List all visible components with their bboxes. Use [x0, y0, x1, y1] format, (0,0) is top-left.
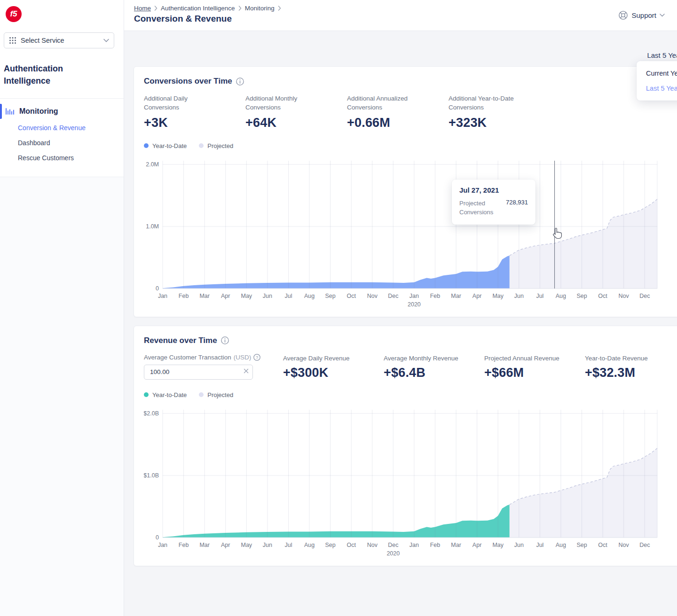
conversions-chart[interactable]: 01.0M2.0MJanFebMarAprMayJunJulAugSepOctN… — [144, 157, 658, 308]
svg-text:Jul: Jul — [536, 293, 543, 299]
svg-text:Jan: Jan — [409, 542, 419, 548]
svg-text:Jan: Jan — [158, 542, 167, 548]
svg-text:0: 0 — [156, 285, 159, 292]
breadcrumb-monitoring[interactable]: Monitoring — [245, 5, 275, 12]
svg-text:Dec: Dec — [388, 293, 398, 299]
svg-text:Jul: Jul — [285, 542, 292, 548]
stat-additional-monthly-conversions: Additional Monthly Conversions +64K — [245, 94, 347, 130]
breadcrumb: Home Authentication Intelligence Monitor… — [134, 5, 281, 12]
transaction-label: Average Customer Transaction — [144, 354, 231, 361]
svg-text:1.0M: 1.0M — [146, 223, 159, 230]
clear-input-icon[interactable] — [244, 368, 249, 374]
chevron-right-icon — [278, 6, 281, 11]
chevron-right-icon — [154, 6, 157, 11]
sidebar-item-dashboard[interactable]: Dashboard — [0, 135, 124, 150]
svg-text:May: May — [241, 542, 252, 548]
sidebar-item-monitoring[interactable]: Monitoring — [0, 102, 124, 120]
main-area: Home Authentication Intelligence Monitor… — [124, 0, 677, 616]
tooltip-date: Jul 27, 2021 — [459, 186, 528, 194]
legend-year-to-date[interactable]: Year-to-Date — [144, 391, 187, 398]
svg-text:?: ? — [256, 355, 258, 359]
legend-dot — [144, 143, 149, 148]
bar-chart-icon — [5, 107, 14, 116]
svg-text:$1.0B: $1.0B — [144, 472, 159, 479]
conversions-chart-wrap: 01.0M2.0MJanFebMarAprMayJunJulAugSepOctN… — [144, 157, 677, 308]
svg-text:Oct: Oct — [346, 293, 356, 299]
tooltip-series-label: Projected Conversions — [459, 199, 499, 217]
svg-text:Nov: Nov — [619, 293, 630, 299]
stat-additional-annualized-conversions: Additional Annualized Conversions +0.66M — [347, 94, 449, 130]
svg-text:Feb: Feb — [179, 542, 189, 548]
time-range-menu: Current Year Last 5 Years — [637, 61, 677, 101]
svg-text:2020: 2020 — [386, 550, 400, 557]
transaction-unit: (USD) — [234, 354, 252, 361]
f5-logo-text: f5 — [10, 9, 17, 19]
svg-text:Jun: Jun — [514, 293, 524, 299]
svg-text:May: May — [492, 542, 504, 548]
svg-text:Jan: Jan — [158, 293, 167, 299]
avg-customer-transaction-block: Average Customer Transaction (USD) ? — [144, 354, 283, 380]
legend-projected[interactable]: Projected — [199, 391, 233, 398]
chevron-right-icon — [238, 6, 242, 11]
tooltip-value: 728,931 — [506, 199, 528, 217]
chevron-down-icon — [103, 39, 109, 42]
stat-additional-ytd-conversions: Additional Year-to-Date Conversions +323… — [449, 94, 550, 130]
legend-year-to-date[interactable]: Year-to-Date — [144, 142, 187, 149]
svg-text:Oct: Oct — [346, 542, 356, 548]
support-label: Support — [631, 11, 656, 19]
svg-text:Aug: Aug — [304, 542, 315, 548]
chevron-down-icon — [660, 14, 665, 17]
svg-text:Aug: Aug — [556, 542, 566, 548]
sidebar-section-label: Monitoring — [19, 107, 58, 116]
info-icon[interactable] — [236, 78, 244, 86]
svg-text:Jun: Jun — [263, 542, 272, 548]
legend-dot — [199, 392, 204, 397]
svg-text:Aug: Aug — [556, 293, 566, 299]
breadcrumb-home[interactable]: Home — [134, 5, 151, 12]
transaction-amount-input[interactable] — [144, 365, 253, 380]
sidebar-top-section: f5 Select Service Authentication Intelli… — [0, 0, 124, 177]
svg-text:Oct: Oct — [598, 542, 607, 548]
svg-text:Feb: Feb — [430, 293, 441, 299]
svg-text:Jul: Jul — [285, 293, 292, 299]
help-icon[interactable]: ? — [253, 354, 260, 361]
svg-text:Apr: Apr — [221, 293, 230, 299]
mouse-cursor-icon — [552, 227, 563, 239]
revenue-legend: Year-to-Date Projected — [144, 391, 677, 398]
svg-text:Sep: Sep — [325, 293, 335, 299]
select-service-dropdown[interactable]: Select Service — [4, 32, 114, 48]
svg-text:May: May — [241, 293, 252, 299]
option-current-year[interactable]: Current Year — [637, 66, 677, 81]
revenue-card-title: Revenue over Time — [144, 336, 217, 345]
svg-text:Mar: Mar — [199, 542, 210, 548]
svg-text:Nov: Nov — [619, 542, 630, 548]
info-icon[interactable] — [221, 336, 229, 344]
page-title: Conversion & Revenue — [134, 14, 281, 24]
support-menu[interactable]: Support — [618, 10, 665, 20]
svg-text:Apr: Apr — [472, 293, 481, 299]
legend-projected[interactable]: Projected — [199, 142, 233, 149]
svg-text:Apr: Apr — [472, 542, 481, 548]
svg-text:$2.0B: $2.0B — [144, 410, 159, 417]
breadcrumb-auth-intelligence[interactable]: Authentication Intelligence — [161, 5, 235, 12]
revenue-chart[interactable]: 0$1.0B$2.0BJanFebMarAprMayJunJulAugSepOc… — [144, 406, 658, 557]
svg-text:Dec: Dec — [639, 293, 650, 299]
svg-text:Apr: Apr — [221, 542, 230, 548]
option-last-5-years[interactable]: Last 5 Years — [637, 81, 677, 96]
svg-text:Dec: Dec — [639, 542, 650, 548]
select-service-label: Select Service — [21, 37, 99, 44]
svg-text:Mar: Mar — [451, 542, 461, 548]
svg-text:Jul: Jul — [536, 542, 543, 548]
sidebar-item-rescue-customers[interactable]: Rescue Customers — [0, 150, 124, 165]
svg-text:May: May — [492, 293, 504, 299]
svg-text:Mar: Mar — [451, 293, 461, 299]
svg-text:Dec: Dec — [388, 542, 398, 548]
svg-text:Sep: Sep — [576, 542, 587, 548]
content-area: Last 5 Years Current Year Last 5 Years C… — [124, 31, 677, 616]
legend-dot — [144, 392, 149, 397]
f5-logo[interactable]: f5 — [6, 6, 22, 22]
svg-text:Nov: Nov — [367, 542, 378, 548]
sidebar-item-conversion-revenue[interactable]: Conversion & Revenue — [0, 120, 124, 135]
svg-text:Sep: Sep — [576, 293, 587, 299]
svg-text:Jun: Jun — [514, 542, 524, 548]
